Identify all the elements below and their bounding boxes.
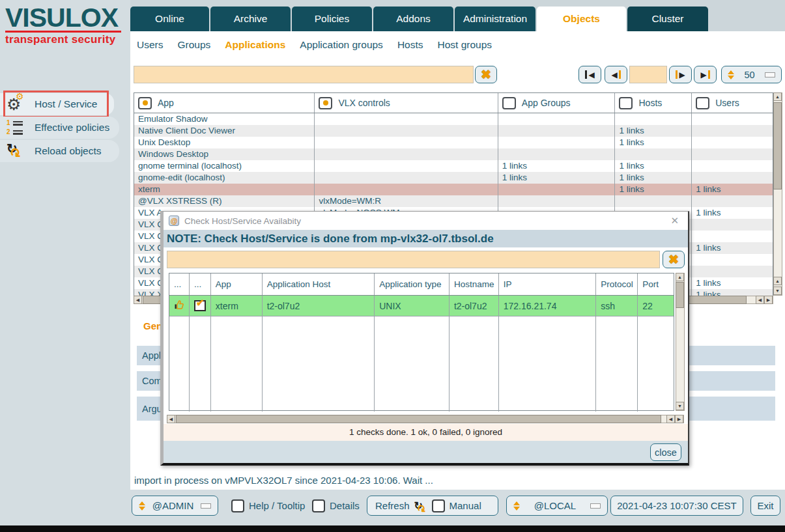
dialog-search-input[interactable] bbox=[167, 251, 660, 268]
cell-groups bbox=[498, 137, 616, 148]
dialog-horizontal-scrollbar[interactable]: ◀◀▶ bbox=[167, 415, 684, 423]
bottom-bar bbox=[0, 525, 785, 532]
table-row[interactable]: gnome terminal (localhost)1 links1 links bbox=[134, 160, 773, 172]
dialog-close-button[interactable]: close bbox=[650, 443, 681, 461]
cell-hosts[interactable]: 1 links bbox=[615, 137, 692, 148]
scroll-right-button[interactable]: ▶ bbox=[675, 415, 683, 423]
subnav-item-hosts[interactable]: Hosts bbox=[397, 39, 423, 51]
dialog-vertical-scrollbar[interactable]: ▲▼ bbox=[676, 273, 685, 411]
cell-users[interactable]: 1 links bbox=[692, 242, 773, 254]
cell-hosts[interactable]: 1 links bbox=[615, 172, 692, 184]
top-nav-tabs: OnlineArchivePoliciesAddonsAdministratio… bbox=[130, 7, 709, 31]
tab-policies[interactable]: Policies bbox=[292, 7, 372, 31]
sidebar-item-label: Reload objects bbox=[35, 145, 102, 157]
table-row[interactable]: @VLX XSTRESS (R)vlxMode=WM:R bbox=[134, 195, 773, 207]
availability-result-row[interactable]: ✔xtermt2-ol7u2UNIXt2-ol7u2172.16.21.74ss… bbox=[169, 296, 674, 316]
cell-groups[interactable]: 1 links bbox=[498, 172, 616, 184]
cell-users[interactable]: 1 links bbox=[692, 207, 773, 219]
column-header-app-groups[interactable]: App Groups bbox=[498, 93, 616, 113]
exit-button[interactable]: Exit bbox=[750, 496, 780, 516]
filled-column-toggle-icon[interactable] bbox=[138, 97, 152, 109]
scroll-left-button[interactable]: ◀ bbox=[167, 415, 175, 423]
logo-underline bbox=[5, 31, 121, 33]
cell-users bbox=[692, 172, 773, 184]
subnav-item-applications[interactable]: Applications bbox=[225, 39, 285, 51]
subnav-item-host-groups[interactable]: Host groups bbox=[438, 39, 492, 51]
table-row[interactable]: xterm1 links1 links bbox=[134, 184, 773, 195]
column-header-app[interactable]: App bbox=[134, 93, 315, 113]
table-row[interactable]: Unix Desktop1 links bbox=[134, 137, 773, 148]
scroll-left-button[interactable]: ◀ bbox=[134, 296, 142, 304]
table-row[interactable]: Emulator Shadow bbox=[134, 113, 773, 125]
column-header-users[interactable]: Users bbox=[692, 93, 773, 113]
column-header-hosts[interactable]: Hosts bbox=[615, 93, 692, 113]
dialog-titlebar[interactable]: @ Check Host/Service Availabity ✕ bbox=[164, 212, 688, 230]
sidebar-item-label: Effective policies bbox=[35, 122, 109, 133]
timestamp-button[interactable]: 2021-04-23 10:07:30 CEST bbox=[610, 496, 743, 516]
dialog-column-header-ip: IP bbox=[499, 273, 597, 295]
empty-column-toggle-icon[interactable] bbox=[502, 97, 516, 109]
scrollbar-thumb[interactable] bbox=[676, 282, 684, 308]
dialog-close-icon[interactable]: ✕ bbox=[670, 216, 679, 225]
cell-hosts[interactable]: 1 links bbox=[615, 125, 692, 137]
cell-hosts[interactable]: 1 links bbox=[615, 160, 692, 172]
cell-groups[interactable]: 1 links bbox=[498, 160, 616, 172]
subnav-item-application-groups[interactable]: Application groups bbox=[300, 39, 383, 51]
manual-checkbox[interactable] bbox=[432, 499, 445, 512]
details-checkbox[interactable] bbox=[312, 499, 325, 512]
right-arrow-icon: ▶ bbox=[700, 71, 706, 79]
tab-administration[interactable]: Administration bbox=[455, 7, 535, 31]
help-tooltip-toggle[interactable]: Help / Tooltip bbox=[231, 496, 305, 516]
spinner-icon bbox=[728, 70, 734, 79]
cell-hosts bbox=[615, 148, 692, 160]
table-row[interactable]: gnome-edit (localhost)1 links1 links bbox=[134, 172, 773, 184]
refresh-button[interactable]: Refresh ↻↻ Manual bbox=[367, 496, 498, 516]
column-header-vlx-controls[interactable]: VLX controls bbox=[315, 93, 498, 113]
tab-addons[interactable]: Addons bbox=[373, 7, 453, 31]
tab-archive[interactable]: Archive bbox=[210, 7, 291, 31]
scroll-left-button[interactable]: ◀ bbox=[666, 415, 675, 423]
empty-column-toggle-icon[interactable] bbox=[619, 97, 633, 109]
tab-objects[interactable]: Objects bbox=[537, 7, 626, 31]
dialog-clear-search-button[interactable]: ✖ bbox=[663, 251, 685, 268]
next-page-button[interactable]: ▶ bbox=[669, 66, 692, 83]
clear-search-button[interactable]: ✖ bbox=[475, 66, 497, 83]
subnav-item-groups[interactable]: Groups bbox=[177, 39, 210, 51]
page-number-input[interactable] bbox=[629, 66, 667, 83]
admin-user-select[interactable]: @ADMIN bbox=[132, 496, 218, 516]
details-toggle[interactable]: Details bbox=[312, 496, 360, 516]
cell-users[interactable]: 1 links bbox=[692, 277, 773, 289]
local-scope-select[interactable]: @LOCAL bbox=[506, 496, 608, 516]
cell-users[interactable]: 1 links bbox=[692, 184, 773, 195]
search-input[interactable] bbox=[134, 66, 474, 83]
prev-page-button[interactable]: ◀ bbox=[605, 66, 627, 83]
sidebar-item-host-service[interactable]: ⚙⚙Host / Service bbox=[0, 93, 114, 115]
table-row[interactable]: Windows Desktop bbox=[134, 148, 773, 160]
first-page-button[interactable]: ◀ bbox=[578, 66, 601, 83]
scroll-left-button[interactable]: ◀ bbox=[756, 296, 764, 304]
tab-cluster[interactable]: Cluster bbox=[627, 7, 708, 31]
scroll-up-button[interactable]: ▲ bbox=[676, 273, 684, 281]
subnav-item-users[interactable]: Users bbox=[137, 39, 163, 51]
filled-column-toggle-icon[interactable] bbox=[319, 97, 332, 109]
scrollbar-thumb[interactable] bbox=[176, 415, 661, 423]
help-tooltip-checkbox[interactable] bbox=[231, 499, 244, 512]
page-size-select[interactable]: 50 bbox=[721, 66, 782, 83]
last-page-button[interactable]: ▶ bbox=[694, 66, 717, 83]
sidebar-item-effective-policies[interactable]: 12Effective policies bbox=[0, 117, 119, 139]
close-label: close bbox=[655, 447, 677, 458]
cell-users[interactable]: 1 links bbox=[692, 289, 773, 296]
tab-online[interactable]: Online bbox=[130, 7, 209, 31]
empty-column-toggle-icon[interactable] bbox=[696, 97, 709, 109]
scroll-down-button[interactable]: ▼ bbox=[676, 402, 684, 410]
refresh-icon: ↻↻ bbox=[414, 499, 427, 512]
table-vertical-scrollbar[interactable]: ▲▲▼ bbox=[773, 92, 782, 296]
scroll-right-button[interactable]: ▶ bbox=[764, 296, 773, 304]
scroll-up-button[interactable]: ▲ bbox=[773, 277, 782, 285]
sidebar-item-reload-objects[interactable]: ↻↻Reload objects bbox=[0, 140, 119, 162]
scroll-up-button[interactable]: ▲ bbox=[773, 92, 782, 101]
table-row[interactable]: Native Client Doc Viewer1 links bbox=[134, 125, 773, 137]
scroll-down-button[interactable]: ▼ bbox=[773, 287, 782, 295]
cell-hosts[interactable]: 1 links bbox=[615, 184, 692, 195]
scrollbar-thumb[interactable] bbox=[773, 102, 782, 189]
